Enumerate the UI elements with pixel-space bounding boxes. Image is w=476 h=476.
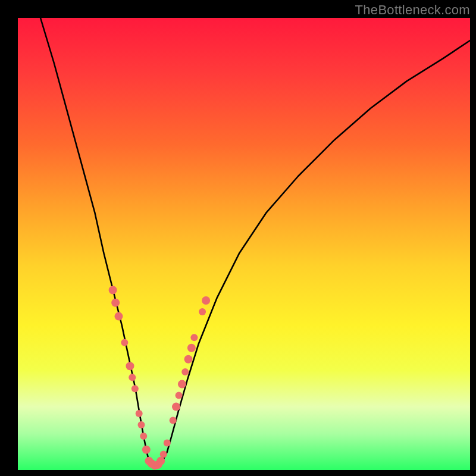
data-marker [181,368,189,375]
data-marker [187,344,196,352]
data-marker [176,392,183,399]
data-marker [160,450,167,458]
data-markers [109,286,211,470]
data-marker [142,446,151,454]
data-marker [114,312,123,321]
watermark-label: TheBottleneck.com [355,2,470,18]
data-marker [137,421,145,428]
data-marker [111,299,120,307]
data-marker [164,439,171,446]
data-marker [136,410,143,417]
data-marker [109,286,117,295]
chart-svg [18,18,470,470]
data-marker [140,433,147,440]
data-marker [170,416,177,424]
data-marker [190,334,198,341]
chart-frame: TheBottleneck.com [0,0,476,476]
data-marker [121,339,128,346]
data-marker [184,355,193,364]
data-marker [202,296,210,305]
data-marker [172,403,180,411]
data-marker [131,385,139,392]
data-marker [126,362,134,370]
plot-area [18,18,470,470]
data-marker [156,457,165,465]
data-marker [178,380,186,389]
curve-path [40,18,470,465]
data-marker [129,374,136,381]
data-marker [199,308,206,315]
bottleneck-curve [40,18,470,465]
